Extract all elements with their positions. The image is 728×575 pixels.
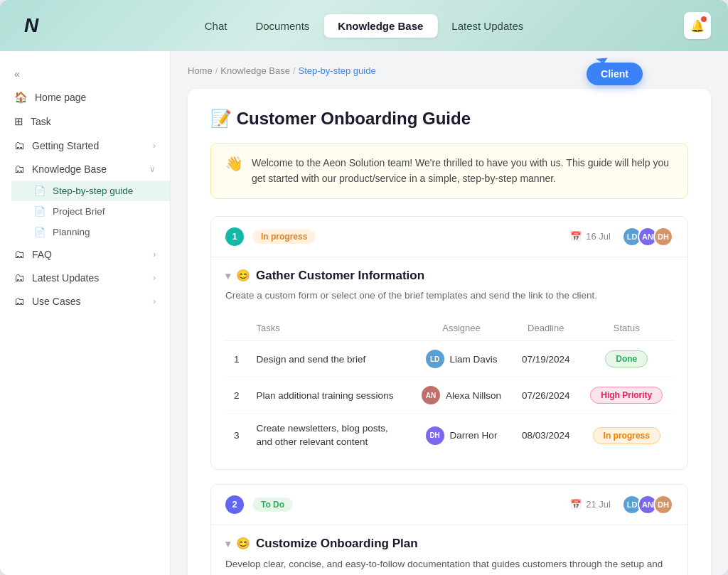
status-badge-3: In progress [593,427,660,444]
folder-icon-3: 🗂 [14,248,25,260]
deadline-3: 08/03/2024 [512,414,580,458]
tab-latest-updates[interactable]: Latest Updates [437,14,537,38]
sidebar-item-knowledge-base[interactable]: 🗂 Knowledge Base ∨ [0,157,170,181]
sidebar-item-getting-started[interactable]: 🗂 Getting Started › [0,134,170,157]
step-header-1: 1 In progress 📅 16 Jul LD AN DH [211,217,687,257]
sidebar-item-project-brief[interactable]: 📄 Project Brief [11,201,170,222]
folder-icon-2: 🗂 [14,163,25,175]
table-row: 1 Design and send the brief LD Liam Davi… [225,341,673,377]
deadline-1: 07/19/2024 [512,341,580,377]
sidebar-collapse-button[interactable]: « [0,63,170,85]
avatar-6: DH [653,495,673,515]
status-cell-2: High Priority [580,377,674,414]
col-tasks: Tasks [248,316,412,341]
doc-icon-3: 📄 [34,227,46,237]
chevron-down-small-1: ▾ [225,270,230,281]
row-num-2: 2 [225,377,248,414]
step-badge-2: To Do [252,498,293,512]
step-section-1: 1 In progress 📅 16 Jul LD AN DH [210,216,688,470]
sep-1: / [215,65,218,76]
step-description-2: Develop clear, concise, and easy-to-foll… [225,557,673,575]
chevron-right-icon-uc: › [153,296,156,306]
col-status: Status [580,316,674,341]
logo-icon: N [24,14,38,37]
content-card: 📝 Customer Onboarding Guide 👋 Welcome to… [188,89,711,575]
chevron-down-icon-kb: ∨ [149,164,156,174]
task-name-2: Plan additional training sessions [248,377,412,414]
tab-knowledge-base[interactable]: Knowledge Base [323,14,437,38]
step-body-1: ▾ 😊 Gather Customer Information Create a… [211,257,687,469]
nav-tabs: Chat Documents Knowledge Base Latest Upd… [191,14,538,38]
tab-documents[interactable]: Documents [241,14,323,38]
wave-icon: 👋 [225,155,243,172]
task-table: Tasks Assignee Deadline Status 1 Design … [225,316,673,458]
header: N Chat Documents Knowledge Base Latest U… [0,0,728,51]
step-badge-1: In progress [252,230,316,244]
status-badge-1: Done [605,350,648,367]
notification-button[interactable]: 🔔 [684,12,711,39]
sidebar-item-latest-updates[interactable]: 🗂 Latest Updates › [0,266,170,289]
assignee-avatar-3: DH [426,426,444,445]
sidebar-item-planning[interactable]: 📄 Planning [11,222,170,242]
step-description-1: Create a custom form or select one of th… [225,289,673,303]
task-icon: ⊞ [14,115,23,128]
col-assignee: Assignee [411,316,512,341]
status-badge-2: High Priority [590,387,663,404]
sidebar-item-home[interactable]: Home page [0,85,170,109]
row-num-3: 3 [225,414,248,458]
body-layout: « Home page ⊞ Task 🗂 Getting Started › 🗂… [0,51,728,575]
step-section-2: 2 To Do 📅 21 Jul LD AN DH [210,484,688,575]
chevron-right-icon-faq: › [153,249,156,259]
step-number-1: 1 [225,227,244,246]
welcome-box: 👋 Welcome to the Aeon Solution team! We'… [210,143,688,199]
sidebar-sub-knowledge-base: 📄 Step-by-step guide 📄 Project Brief 📄 P… [0,181,170,242]
chevron-right-icon: › [153,141,156,151]
tab-chat[interactable]: Chat [191,14,242,38]
status-cell-1: Done [580,341,674,377]
sep-2: / [293,65,296,76]
doc-icon-1: 📄 [34,186,46,196]
smile-icon: 😊 [236,269,250,282]
calendar-icon-2: 📅 [570,499,582,510]
calendar-icon-1: 📅 [570,231,582,242]
task-name-1: Design and send the brief [248,341,412,377]
col-num [225,316,248,341]
assignee-cell-1: LD Liam Davis [411,341,512,377]
breadcrumb-home[interactable]: Home [188,65,213,76]
step-avatars-1: LD AN DH [622,227,673,247]
logo[interactable]: N [17,11,46,40]
step-header-2: 2 To Do 📅 21 Jul LD AN DH [211,485,687,525]
step-date-1: 📅 16 Jul LD AN DH [570,227,673,247]
smile-icon-2: 😊 [236,537,250,550]
sidebar-item-step-guide[interactable]: 📄 Step-by-step guide [11,181,170,201]
table-row: 3 Create newsletters, blog posts, and ot… [225,414,673,458]
home-icon [14,91,28,104]
folder-icon-1: 🗂 [14,139,25,151]
chevron-down-small-2: ▾ [225,538,230,549]
step-number-2: 2 [225,495,244,514]
step-subtitle-2: ▾ 😊 Customize Onboarding Plan [225,537,673,551]
assignee-avatar-1: LD [426,350,444,368]
step-avatars-2: LD AN DH [622,495,673,515]
breadcrumb-section[interactable]: Knowledge Base [220,65,290,76]
chevron-right-icon-lu: › [153,273,156,283]
app-container: N Chat Documents Knowledge Base Latest U… [0,0,728,575]
page-title: 📝 Customer Onboarding Guide [210,109,688,129]
breadcrumb-current: Step-by-step guide [299,65,376,76]
client-tooltip: Client [587,63,643,85]
sidebar-item-task[interactable]: ⊞ Task [0,109,170,134]
folder-icon-5: 🗂 [14,295,25,307]
row-num-1: 1 [225,341,248,377]
step-subtitle-1: ▾ 😊 Gather Customer Information [225,269,673,283]
assignee-cell-2: AN Alexa Nillson [411,377,512,414]
deadline-2: 07/26/2024 [512,377,580,414]
col-deadline: Deadline [512,316,580,341]
welcome-text: Welcome to the Aeon Solution team! We're… [252,155,673,187]
assignee-cell-3: DH Darren Hor [411,414,512,458]
sidebar-item-use-cases[interactable]: 🗂 Use Cases › [0,289,170,313]
folder-icon-4: 🗂 [14,272,25,284]
header-right: 🔔 [684,12,711,39]
sidebar-item-faq[interactable]: 🗂 FAQ › [0,242,170,266]
sidebar: « Home page ⊞ Task 🗂 Getting Started › 🗂… [0,51,171,575]
step-body-2: ▾ 😊 Customize Onboarding Plan Develop cl… [211,525,687,575]
